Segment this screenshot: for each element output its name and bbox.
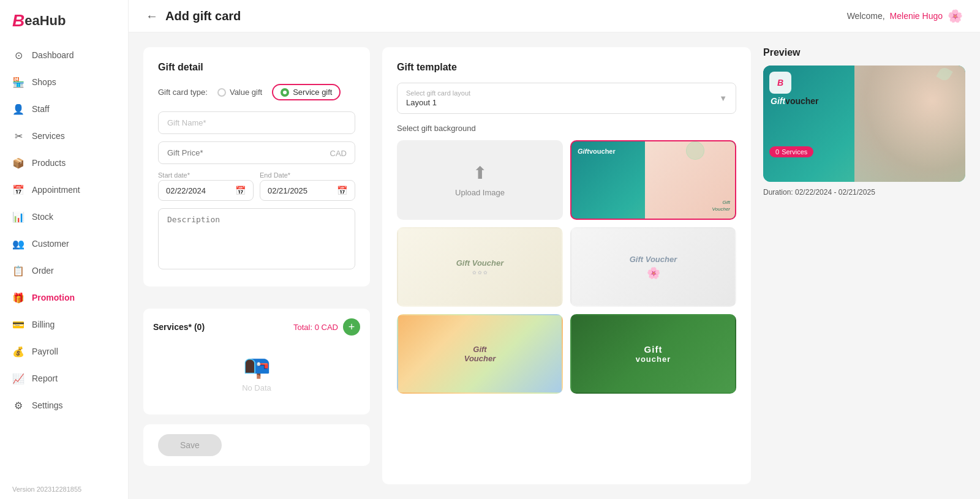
save-button[interactable]: Save: [158, 434, 222, 456]
sidebar-item-services[interactable]: ✂ Services: [0, 122, 128, 149]
sidebar-nav: ⊙ Dashboard 🏪 Shops 👤 Staff ✂ Services 📦…: [0, 42, 128, 479]
stock-icon: 📊: [12, 211, 24, 223]
report-icon: 📈: [12, 372, 24, 385]
value-gift-option[interactable]: Value gift: [217, 88, 262, 97]
back-button[interactable]: ←: [146, 9, 158, 23]
end-date-field: End Date* 02/21/2025 📅: [260, 171, 355, 201]
gift-name-input[interactable]: [158, 111, 355, 134]
user-avatar-icon: 🌸: [948, 9, 963, 23]
preview-title: Preview: [763, 47, 965, 58]
layout-select[interactable]: Select gift card layout Layout 1 ▼: [397, 83, 736, 114]
sidebar-item-order[interactable]: 📋 Order: [0, 257, 128, 284]
layout-select-label: Select gift card layout: [406, 89, 470, 97]
sidebar-item-label: Appointment: [32, 185, 80, 195]
services-section: Services* (0) Total: 0 CAD + 📭 No Data: [143, 309, 370, 415]
no-data-label: No Data: [242, 383, 271, 392]
sidebar-item-dashboard[interactable]: ⊙ Dashboard: [0, 42, 128, 69]
dashboard-icon: ⊙: [12, 49, 24, 61]
sidebar-item-promotion[interactable]: 🎁 Promotion: [0, 284, 128, 311]
sidebar-item-billing[interactable]: 💳 Billing: [0, 311, 128, 338]
sidebar-item-settings[interactable]: ⚙ Settings: [0, 392, 128, 419]
start-date-input[interactable]: 02/22/2024 📅: [158, 180, 254, 201]
billing-icon: 💳: [12, 318, 24, 331]
user-name: Melenie Hugo: [890, 11, 943, 21]
sidebar-item-payroll[interactable]: 💰 Payroll: [0, 338, 128, 365]
services-header: Services* (0) Total: 0 CAD +: [153, 318, 360, 336]
background-colorful[interactable]: Gift Voucher: [397, 314, 563, 394]
save-button-area: Save: [143, 424, 370, 466]
welcome-text: Welcome,: [847, 11, 885, 21]
services-badge: 0 Services: [769, 146, 813, 157]
add-service-button[interactable]: +: [343, 318, 360, 336]
main-content: ← Add gift card Welcome, Melenie Hugo 🌸 …: [129, 0, 980, 499]
gift-card-type-label: Gift card type:: [158, 88, 208, 97]
background-teal-spa[interactable]: ✓ Giftvoucher Gift Voucher: [570, 140, 736, 220]
products-icon: 📦: [12, 157, 24, 169]
sidebar-item-label: Staff: [32, 104, 50, 114]
gift-detail-title: Gift detail: [158, 62, 355, 73]
sidebar-item-products[interactable]: 📦 Products: [0, 149, 128, 176]
chevron-down-icon: ▼: [719, 94, 727, 103]
layout-select-value: Layout 1: [406, 98, 437, 107]
end-date-input[interactable]: 02/21/2025 📅: [260, 180, 355, 201]
sidebar-item-customer[interactable]: 👥 Customer: [0, 230, 128, 257]
service-gift-option[interactable]: Service gift: [272, 84, 341, 100]
gift-card-type-row: Gift card type: Value gift Service gift: [158, 84, 355, 100]
start-date-value: 02/22/2024: [166, 186, 206, 195]
preview-duration: Duration: 02/22/2024 - 02/21/2025: [763, 188, 965, 197]
template-title: Gift template: [397, 62, 736, 73]
sidebar-item-label: Payroll: [32, 347, 58, 356]
sidebar-item-label: Services: [32, 131, 65, 141]
end-date-label: End Date*: [260, 171, 355, 179]
date-row: Start date* 02/22/2024 📅 End Date* 02/21…: [158, 171, 355, 201]
sidebar-item-report[interactable]: 📈 Report: [0, 365, 128, 392]
preview-logo: B: [769, 72, 791, 94]
background-cream-sketch[interactable]: Gift Voucher ✿ ✿ ✿: [397, 227, 563, 307]
sidebar-item-label: Promotion: [32, 293, 75, 302]
sidebar-item-stock[interactable]: 📊 Stock: [0, 203, 128, 230]
gift-price-wrap: CAD: [158, 141, 355, 164]
layout-select-inner: Select gift card layout Layout 1: [406, 89, 470, 107]
gift-template-panel: Gift template Select gift card layout La…: [382, 47, 751, 484]
preview-card: B Giftvoucher 0 Services: [763, 66, 965, 182]
gift-price-input[interactable]: [158, 141, 355, 164]
staff-icon: 👤: [12, 103, 24, 115]
description-input[interactable]: [158, 208, 355, 269]
bg-select-label: Select gift background: [397, 124, 736, 133]
sidebar-item-shops[interactable]: 🏪 Shops: [0, 69, 128, 96]
sidebar-item-label: Order: [32, 266, 54, 276]
logo-icon: B: [12, 11, 24, 31]
version-text: Version 202312281855: [0, 479, 128, 499]
payroll-icon: 💰: [12, 345, 24, 358]
page-header: ← Add gift card Welcome, Melenie Hugo 🌸: [129, 0, 980, 32]
promotion-icon: 🎁: [12, 291, 24, 304]
start-date-field: Start date* 02/22/2024 📅: [158, 171, 254, 201]
value-gift-radio[interactable]: [217, 88, 226, 97]
services-badge-label: Services: [782, 148, 807, 156]
background-white-floral[interactable]: Gift Voucher 🌸: [570, 227, 736, 307]
sidebar-item-label: Settings: [32, 400, 63, 410]
sidebar-item-label: Report: [32, 373, 58, 383]
sidebar-item-staff[interactable]: 👤 Staff: [0, 96, 128, 122]
gift-detail-panel: Gift detail Gift card type: Value gift S…: [143, 47, 370, 287]
header-left: ← Add gift card: [146, 9, 241, 23]
upload-image-area[interactable]: ⬆ Upload Image: [397, 140, 563, 220]
start-date-label: Start date*: [158, 171, 254, 179]
sidebar: B eaHub ⊙ Dashboard 🏪 Shops 👤 Staff ✂ Se…: [0, 0, 129, 499]
calendar-icon: 📅: [235, 186, 246, 195]
background-green[interactable]: Gift voucher: [570, 314, 736, 394]
services-title: Services* (0): [153, 322, 205, 332]
sidebar-item-appointment[interactable]: 📅 Appointment: [0, 176, 128, 203]
sidebar-item-label: Stock: [32, 212, 53, 222]
service-gift-label: Service gift: [293, 88, 332, 97]
background-grid: ⬆ Upload Image ✓ Giftvoucher Gift Vo: [397, 140, 736, 394]
settings-icon: ⚙: [12, 399, 24, 411]
sidebar-item-label: Billing: [32, 320, 55, 329]
upload-label: Upload Image: [455, 188, 505, 197]
service-gift-radio[interactable]: [281, 88, 289, 97]
appointment-icon: 📅: [12, 184, 24, 196]
sidebar-item-label: Shops: [32, 77, 56, 87]
preview-panel: Preview B Giftvoucher: [763, 47, 965, 484]
sidebar-item-label: Customer: [32, 239, 69, 249]
left-panels: Gift detail Gift card type: Value gift S…: [143, 47, 370, 484]
